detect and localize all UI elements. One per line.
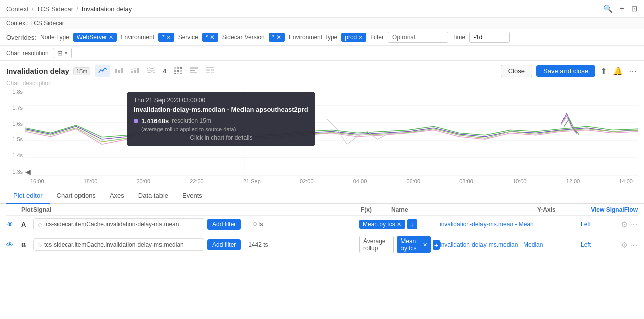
resolution-chevron-icon: ▾ <box>65 50 67 56</box>
breadcrumb-sep2: / <box>76 5 78 13</box>
line-chart-btn[interactable] <box>95 65 110 77</box>
context-bar: Context: TCS Sidecar <box>0 18 644 29</box>
svg-rect-10 <box>174 67 176 69</box>
tab-chart-options[interactable]: Chart options <box>50 188 103 204</box>
action-cell-b: ⚙ ⋯ <box>621 240 638 250</box>
plot-row-a: 👁 A ◇ tcs-sidecar.itemCache.invalidation… <box>6 216 638 233</box>
fx-tag-b[interactable]: Mean by tcs ✕ <box>397 236 431 253</box>
fx-plus-b[interactable]: + <box>433 240 440 250</box>
close-button[interactable]: Close <box>501 65 532 77</box>
node-type-tag[interactable]: WebServer ✕ <box>73 33 117 42</box>
chart-description: Chart description <box>0 78 644 88</box>
stacked-chart-btn[interactable] <box>127 65 142 77</box>
heatmap-btn[interactable] <box>171 65 186 77</box>
tab-events[interactable]: Events <box>175 188 209 204</box>
more-btn-b[interactable]: ⋯ <box>630 240 638 250</box>
node-type-x[interactable]: ✕ <box>109 34 113 41</box>
share-icon-btn[interactable]: ⬆ <box>599 65 608 77</box>
fx-x-b[interactable]: ✕ <box>423 242 427 248</box>
bookmark-icon[interactable]: ⊡ <box>631 4 638 13</box>
sidecar-version-tag[interactable]: * ✕ <box>269 33 285 42</box>
time-label: Time <box>452 34 465 41</box>
alert-bell-btn[interactable]: 🔔 <box>612 65 624 77</box>
tab-axes[interactable]: Axes <box>103 188 131 204</box>
y-label-1: 1.8s <box>12 89 23 95</box>
split-chart-btn[interactable] <box>143 65 158 77</box>
area-chart-btn[interactable] <box>111 65 126 77</box>
chart-resolution-badge: 15m <box>73 67 90 75</box>
more-btn-a[interactable]: ⋯ <box>630 220 638 229</box>
env-type-tag[interactable]: prod ✕ <box>341 33 366 42</box>
average-rollup-tag[interactable]: Average rollup <box>359 236 394 253</box>
plot-letter-b: B <box>21 241 33 249</box>
svg-rect-4 <box>131 71 133 73</box>
svg-rect-19 <box>190 67 198 69</box>
table-btn[interactable] <box>203 65 218 77</box>
x-label-9: 10:00 <box>513 178 527 184</box>
overrides-label: Overrides: <box>6 34 36 41</box>
sidecar-version-label: Sidecar Version <box>222 34 265 41</box>
num-chart-btn[interactable]: 4 <box>159 65 169 77</box>
tab-plot-editor[interactable]: Plot editor <box>6 188 50 204</box>
signal-cell-a: ◇ tcs-sidecar.itemCache.invalidation-del… <box>33 218 359 230</box>
signal-text-a: tcs-sidecar.itemCache.invalidation-delay… <box>44 221 179 228</box>
breadcrumb-tcs[interactable]: TCS Sidecar <box>36 5 73 13</box>
fx-text-a: Mean by tcs <box>363 221 395 228</box>
breadcrumb-context[interactable]: Context <box>6 5 29 13</box>
svg-rect-17 <box>177 73 179 74</box>
x-label-1: 18:00 <box>84 178 98 184</box>
svg-rect-14 <box>177 70 179 72</box>
chart-resolution-bar: Chart resolution ⊞ ▾ <box>0 46 644 61</box>
time-input[interactable] <box>469 32 510 43</box>
y-label-2: 1.7s <box>12 105 23 111</box>
x-label-0: 16:00 <box>30 178 44 184</box>
action-cell-a: ⚙ ⋯ <box>621 220 638 229</box>
plus-icon[interactable]: + <box>620 4 624 13</box>
name-cell-b[interactable]: invalidation-delay-ms.median - Median <box>440 241 581 248</box>
env-value: * <box>162 34 165 41</box>
signal-field-a[interactable]: ◇ tcs-sidecar.itemCache.invalidation-del… <box>33 218 204 230</box>
save-and-close-button[interactable]: Save and close <box>536 65 595 77</box>
yaxis-cell-a[interactable]: Left <box>581 221 621 228</box>
yaxis-cell-b[interactable]: Left <box>581 241 621 248</box>
signal-icon-a: ◇ <box>38 221 42 228</box>
env-type-x[interactable]: ✕ <box>358 34 363 41</box>
x-label-2: 20:00 <box>136 178 150 184</box>
svg-rect-7 <box>134 68 136 69</box>
more-options-btn[interactable]: ⋯ <box>628 65 638 77</box>
gear-btn-b[interactable]: ⚙ <box>621 240 628 250</box>
eye-btn-b[interactable]: 👁 <box>6 241 21 249</box>
fx-x-a[interactable]: ✕ <box>397 221 401 228</box>
fx-plus-a[interactable]: + <box>407 219 417 229</box>
signal-cell-b: ◇ tcs-sidecar.itemCache.invalidation-del… <box>33 238 359 251</box>
col-plot-header: Plot <box>21 206 33 213</box>
col-fx-header: F(x) <box>341 206 391 213</box>
signal-field-b[interactable]: ◇ tcs-sidecar.itemCache.invalidation-del… <box>33 238 204 251</box>
add-filter-btn-a[interactable]: Add filter <box>207 219 241 230</box>
chart-resolution-select[interactable]: ⊞ ▾ <box>53 48 72 58</box>
svg-rect-24 <box>211 69 214 71</box>
filter-input[interactable] <box>388 32 448 43</box>
service-tag[interactable]: * ✕ <box>202 33 218 42</box>
svg-rect-8 <box>137 68 139 73</box>
timeline-btn[interactable] <box>187 65 202 77</box>
y-label-5: 1.4s <box>12 152 23 158</box>
plot-editor-content: Plot Signal F(x) Name Y-Axis View Signal… <box>0 204 644 256</box>
chart-area[interactable]: 1.8s 1.7s 1.6s 1.5s 1.4s 1.3s <box>6 88 638 187</box>
chart-nav-left[interactable]: ◀ <box>25 168 31 176</box>
env-x[interactable]: ✕ <box>166 34 171 41</box>
svg-rect-20 <box>190 70 195 71</box>
gear-btn-a[interactable]: ⚙ <box>621 220 628 229</box>
add-filter-btn-b[interactable]: Add filter <box>207 239 241 250</box>
col-vsf-header[interactable]: View SignalFlow <box>578 206 638 213</box>
tab-data-table[interactable]: Data table <box>131 188 175 204</box>
search-icon[interactable]: 🔍 <box>603 4 613 13</box>
node-type-value: WebServer <box>77 34 107 41</box>
x-label-7: 06:00 <box>406 178 420 184</box>
name-cell-a[interactable]: invalidation-delay-ms.mean - Mean <box>440 221 581 228</box>
fx-tag-a[interactable]: Mean by tcs ✕ <box>359 220 405 229</box>
svg-rect-13 <box>174 70 176 72</box>
offset-val-a: 0 ts <box>244 221 272 228</box>
env-tag[interactable]: * ✕ <box>158 33 174 42</box>
eye-btn-a[interactable]: 👁 <box>6 220 21 228</box>
